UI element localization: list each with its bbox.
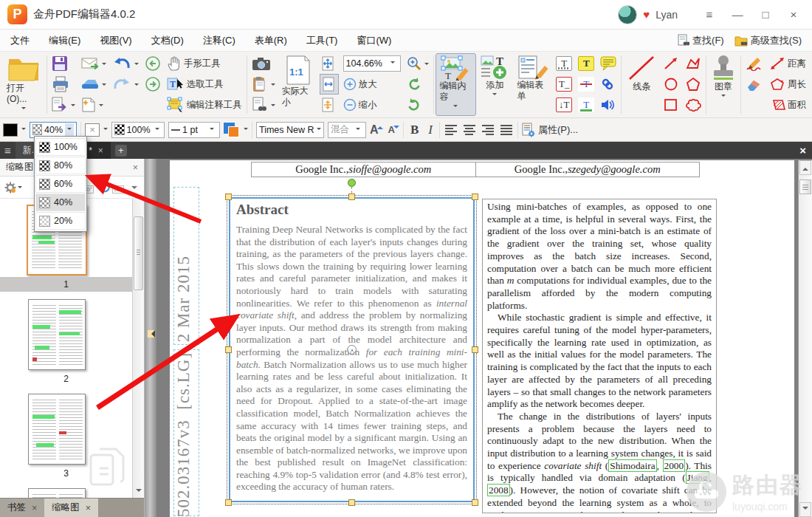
- redo-button[interactable]: [111, 74, 140, 95]
- snapshot-button[interactable]: [250, 53, 277, 74]
- advanced-find-button[interactable]: 高级查找(S): [734, 34, 802, 47]
- go-back-button[interactable]: [143, 53, 162, 74]
- sticky-note-tool[interactable]: [599, 53, 618, 74]
- selection-handle-top-right[interactable]: [472, 194, 478, 200]
- properties-button[interactable]: 属性(P)...: [522, 123, 578, 137]
- bold-button[interactable]: B: [407, 123, 422, 137]
- rectangle-tool[interactable]: [661, 95, 681, 115]
- thumbnail-options-caret[interactable]: [18, 186, 22, 191]
- eraser-tool[interactable]: [744, 74, 765, 95]
- fill-stroke-caret[interactable]: [244, 128, 248, 132]
- edit-annotation-tool-button[interactable]: 编辑注释工具: [165, 95, 244, 115]
- doc-scrollbar-thumb[interactable]: [799, 179, 811, 194]
- increase-font-button[interactable]: A: [370, 123, 379, 137]
- no-fill-caret[interactable]: [103, 128, 108, 132]
- scan-dropdown-caret[interactable]: [102, 83, 106, 88]
- arrow-tool[interactable]: [661, 53, 681, 74]
- stamp-button[interactable]: 图章: [708, 53, 739, 116]
- panel-splitter[interactable]: [145, 159, 156, 517]
- splitter-collapse-icon[interactable]: [148, 330, 155, 338]
- panel-close-button[interactable]: ×: [133, 162, 138, 173]
- user-name[interactable]: Lyan: [656, 9, 678, 21]
- font-family-combo[interactable]: Times New R: [256, 122, 324, 138]
- opacity-option-80[interactable]: 80%: [35, 157, 86, 174]
- scroll-down-icon[interactable]: [136, 489, 142, 495]
- measure-perimeter-tool[interactable]: 周长: [768, 74, 808, 95]
- searchdoc-dropdown-caret[interactable]: [271, 104, 275, 109]
- font-size-caret[interactable]: [356, 128, 360, 132]
- selection-handle-bottom-left[interactable]: [225, 499, 232, 506]
- actual-size-button[interactable]: 1:1 实际大小: [278, 53, 318, 116]
- select-tool-button[interactable]: T 选取工具: [165, 74, 244, 95]
- new-document-button[interactable]: [80, 95, 108, 115]
- fit-visible-button[interactable]: [320, 95, 339, 115]
- thumbnail-scrollbar-thumb[interactable]: [134, 216, 143, 290]
- selection-handle-top-left[interactable]: [225, 194, 232, 200]
- close-button[interactable]: ×: [782, 5, 805, 24]
- rotate-left-button[interactable]: [405, 74, 430, 95]
- underline-text-tool[interactable]: T: [577, 95, 596, 115]
- newdoc-dropdown-caret[interactable]: [99, 104, 103, 109]
- document-scrollbar[interactable]: [798, 160, 812, 517]
- rotate-page-right-button[interactable]: 90°: [98, 182, 124, 194]
- edit-content-caret[interactable]: [453, 105, 458, 109]
- new-tab-button[interactable]: +: [115, 145, 127, 157]
- page-thumbnail-2[interactable]: [28, 299, 86, 370]
- user-avatar[interactable]: [618, 5, 637, 24]
- panel-menu-chevron-icon[interactable]: [131, 186, 137, 192]
- thumbnail-scrollbar[interactable]: [132, 199, 144, 498]
- undo-button[interactable]: [111, 53, 140, 74]
- cloud-tool[interactable]: [684, 95, 703, 115]
- zoom-level-combo[interactable]: 104.66%: [343, 55, 401, 72]
- selection-handle-bottom-middle[interactable]: [348, 499, 355, 506]
- rotation-handle[interactable]: [348, 179, 356, 187]
- line-width-caret[interactable]: [210, 128, 214, 132]
- opacity-option-40[interactable]: 40%: [35, 194, 86, 211]
- email-dropdown-caret[interactable]: [102, 63, 106, 67]
- text-color-caret[interactable]: [21, 128, 26, 132]
- zoomtool-dropdown-caret[interactable]: [424, 63, 429, 67]
- maximize-button[interactable]: □: [754, 5, 777, 24]
- arxiv-sidenote-text[interactable]: 502.03167v3 [cs.LG] 2 Mar 2015: [174, 186, 193, 517]
- edit-form-button[interactable]: 编辑表单: [513, 53, 553, 116]
- align-justify-button[interactable]: [499, 124, 514, 136]
- fit-page-button[interactable]: [320, 53, 339, 74]
- print-button[interactable]: [50, 74, 77, 95]
- polyline-tool[interactable]: [684, 53, 703, 74]
- minimize-button[interactable]: —: [726, 5, 749, 24]
- tabbar-close-button[interactable]: ×: [799, 144, 806, 157]
- italic-button[interactable]: I: [425, 123, 436, 137]
- pencil-tool[interactable]: [744, 53, 765, 74]
- save-button[interactable]: [50, 53, 77, 74]
- sound-tool[interactable]: [599, 95, 618, 115]
- opacity-option-60[interactable]: 60%: [35, 175, 86, 193]
- doc-tab-close-icon[interactable]: ×: [98, 145, 103, 156]
- affiliation-left[interactable]: Google Inc., sioffe@google.com: [251, 162, 476, 177]
- line-width-combo[interactable]: 1 pt: [168, 122, 220, 138]
- scan-button[interactable]: [80, 74, 108, 95]
- circle-tool[interactable]: [661, 74, 681, 95]
- hand-tool-button[interactable]: 手形工具: [165, 53, 244, 74]
- selection-handle-top-middle[interactable]: [348, 194, 355, 200]
- stroke-opacity-caret[interactable]: [155, 128, 159, 132]
- stamp-caret[interactable]: [721, 95, 726, 99]
- font-size-combo[interactable]: 混合: [328, 122, 366, 138]
- text-color-swatch[interactable]: [3, 123, 18, 137]
- align-center-button[interactable]: [462, 124, 477, 136]
- tab-list-menu-icon[interactable]: ≡: [4, 144, 11, 157]
- email-button[interactable]: [80, 53, 108, 74]
- font-family-caret[interactable]: [317, 128, 321, 132]
- thumbnail-options-button[interactable]: [4, 181, 22, 194]
- menu-view[interactable]: 视图(V): [100, 34, 131, 47]
- stroke-opacity-combo[interactable]: 100%: [111, 122, 165, 138]
- export-button[interactable]: [50, 95, 77, 115]
- fill-stroke-color-swatch[interactable]: [224, 123, 240, 137]
- zoom-combo-caret[interactable]: [390, 61, 395, 66]
- page-thumbnail-4[interactable]: [28, 488, 86, 498]
- menu-comment[interactable]: 注释(C): [203, 34, 235, 47]
- text-field-tool[interactable]: T: [554, 53, 574, 74]
- page-number-2[interactable]: 2: [0, 372, 132, 386]
- fit-width-button[interactable]: [320, 74, 339, 95]
- menu-file[interactable]: 文件: [10, 34, 30, 47]
- zoom-in-button[interactable]: 放大: [342, 74, 402, 95]
